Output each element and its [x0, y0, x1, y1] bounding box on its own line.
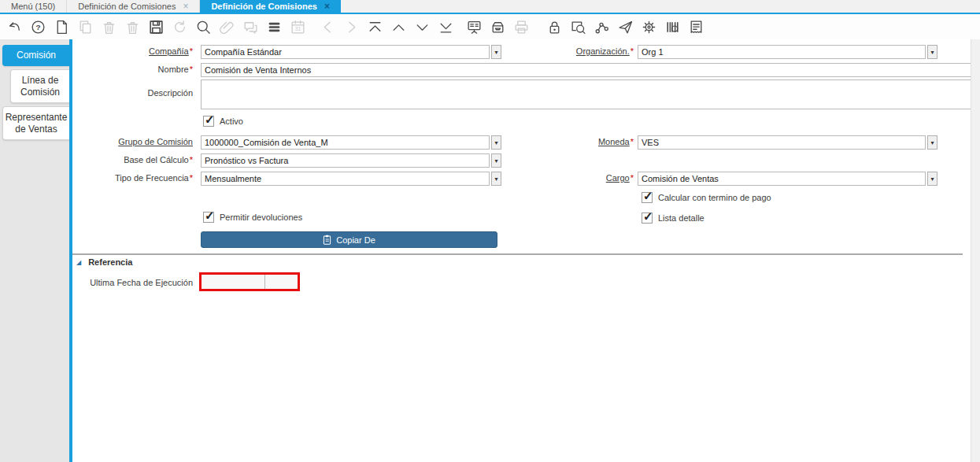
copiar-de-button[interactable]: Copiar De [201, 231, 497, 248]
permitir-devoluciones-row: ✓ Permitir devoluciones [203, 212, 302, 223]
toolbar: ? 31 [0, 14, 980, 39]
vertical-scrollbar[interactable] [971, 39, 980, 462]
date-picker-button[interactable] [265, 275, 298, 289]
cargo-input[interactable] [638, 172, 926, 186]
detail-record-icon[interactable] [342, 18, 360, 35]
moneda-label[interactable]: Moneda* [513, 135, 634, 148]
grid-toggle-icon[interactable] [265, 18, 283, 35]
lista-detalle-row: ✓ Lista detalle [642, 213, 704, 224]
previous-record-icon[interactable] [390, 18, 407, 35]
dropdown-arrow-icon[interactable]: ▾ [927, 135, 937, 150]
refresh-icon[interactable] [171, 18, 188, 35]
sidebar-tab-label: Comisión [17, 50, 56, 61]
ultima-fecha-ejecucion-highlight [199, 272, 300, 291]
activo-checkbox-row: ✓ Activo [203, 116, 243, 127]
descripcion-textarea[interactable] [201, 79, 980, 109]
tab-definicion-comisiones-1[interactable]: Definición de Comisiones × [67, 0, 200, 13]
checkmark-icon: ✓ [643, 189, 653, 203]
sidebar-tab-representante-de-ventas[interactable]: Representante de Ventas [2, 106, 69, 140]
undo-icon[interactable] [6, 18, 23, 35]
referencia-group-header[interactable]: ◢ Referencia [76, 257, 132, 267]
base-calculo-label: Base del Cálculo* [72, 153, 193, 166]
sidebar-tab-comision[interactable]: Comisión [2, 45, 69, 66]
new-record-icon[interactable] [53, 18, 70, 35]
dropdown-arrow-icon[interactable]: ▾ [491, 153, 501, 168]
tab-label: Definición de Comisiones [78, 2, 176, 11]
moneda-combo: ▾ [638, 135, 937, 150]
permitir-devoluciones-checkbox[interactable]: ✓ [203, 212, 214, 223]
find-icon[interactable] [194, 18, 212, 35]
svg-text:?: ? [35, 23, 40, 31]
save-icon[interactable] [147, 18, 165, 35]
calendar-icon[interactable]: 31 [289, 18, 306, 35]
report-preview-icon[interactable] [687, 18, 704, 35]
request-icon[interactable] [616, 18, 634, 35]
organizacion-label[interactable]: Organización.* [513, 45, 634, 57]
tab-close-icon[interactable]: × [324, 2, 330, 10]
permitir-devoluciones-label: Permitir devoluciones [220, 213, 302, 222]
ultima-fecha-ejecucion-label: Ultima Fecha de Ejecución [72, 276, 193, 289]
tab-definicion-comisiones-2[interactable]: Definición de Comisiones × [200, 0, 340, 13]
compania-combo: ▾ [201, 45, 501, 59]
nombre-input[interactable] [201, 63, 980, 77]
svg-text:31: 31 [294, 26, 301, 31]
chat-icon[interactable] [242, 18, 259, 35]
tipo-frecuencia-input[interactable] [201, 172, 490, 186]
descripcion-label: Descripción [72, 87, 193, 99]
checkmark-icon: ✓ [205, 113, 215, 127]
base-calculo-input[interactable] [201, 153, 490, 168]
collapse-triangle-icon[interactable]: ◢ [76, 259, 81, 266]
ultima-fecha-ejecucion-input[interactable] [202, 275, 265, 289]
tipo-frecuencia-combo: ▾ [201, 172, 501, 186]
workflow-icon[interactable] [593, 18, 610, 35]
tab-label: Definición de Comisiones [211, 2, 316, 11]
delete-selection-icon[interactable] [124, 18, 141, 35]
last-record-icon[interactable] [437, 18, 454, 35]
activo-label: Activo [220, 116, 243, 126]
copy-record-icon[interactable] [76, 18, 94, 35]
parent-record-icon[interactable] [319, 18, 336, 35]
lista-detalle-checkbox[interactable]: ✓ [642, 213, 653, 224]
process-icon[interactable] [640, 18, 657, 35]
checkmark-icon: ✓ [643, 209, 653, 224]
grupo-comision-label[interactable]: Grupo de Comisión [72, 135, 193, 148]
product-info-icon[interactable] [664, 18, 681, 35]
dropdown-arrow-icon[interactable]: ▾ [491, 172, 501, 186]
print-icon[interactable] [512, 18, 530, 35]
tab-label: Menú (150) [11, 2, 55, 11]
compania-input[interactable] [201, 45, 490, 59]
nombre-label: Nombre* [72, 63, 193, 76]
moneda-input[interactable] [638, 135, 926, 150]
dropdown-arrow-icon[interactable]: ▾ [927, 45, 937, 59]
tab-menu[interactable]: Menú (150) [0, 0, 67, 13]
sidebar-tab-label: Línea de Comisión [11, 75, 69, 98]
lista-detalle-label: Lista detalle [658, 213, 704, 223]
grupo-comision-input[interactable] [201, 135, 490, 150]
delete-record-icon[interactable] [100, 18, 117, 35]
calcular-termino-pago-checkbox[interactable]: ✓ [642, 192, 653, 203]
dropdown-arrow-icon[interactable]: ▾ [491, 45, 501, 59]
dropdown-arrow-icon[interactable]: ▾ [491, 135, 501, 150]
attachment-icon[interactable] [218, 18, 235, 35]
calcular-termino-pago-label: Calcular con termino de pago [658, 193, 771, 202]
checkmark-icon: ✓ [205, 209, 215, 223]
next-record-icon[interactable] [413, 18, 431, 35]
commission-form: Compañía* ▾ Organización.* ▾ Nombre* Des… [72, 39, 971, 462]
cargo-label[interactable]: Cargo* [513, 172, 634, 184]
help-icon[interactable]: ? [29, 18, 46, 35]
copy-icon [323, 235, 331, 245]
record-tab-sidebar: Comisión Línea de Comisión Representante… [0, 39, 69, 462]
sidebar-tab-linea-de-comision[interactable]: Línea de Comisión [10, 69, 69, 103]
organizacion-combo: ▾ [638, 45, 937, 59]
zoom-across-icon[interactable] [569, 18, 586, 35]
calcular-termino-pago-row: ✓ Calcular con termino de pago [642, 192, 771, 203]
activo-checkbox[interactable]: ✓ [203, 116, 214, 127]
lock-icon[interactable] [545, 18, 563, 35]
tab-close-icon[interactable]: × [183, 2, 188, 10]
archive-icon[interactable] [489, 18, 506, 35]
report-icon[interactable] [465, 18, 483, 35]
first-record-icon[interactable] [366, 18, 383, 35]
organizacion-input[interactable] [638, 45, 926, 59]
dropdown-arrow-icon[interactable]: ▾ [927, 172, 937, 186]
compania-label[interactable]: Compañía* [72, 45, 193, 57]
